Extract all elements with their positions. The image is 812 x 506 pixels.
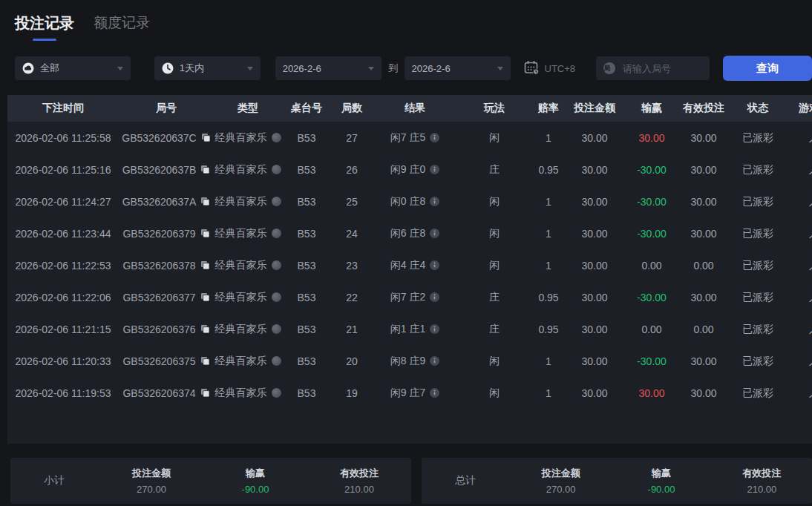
- cell-bet: 30.00: [566, 323, 623, 335]
- copy-icon[interactable]: [200, 260, 210, 270]
- cell-winloss: 0.00: [623, 260, 680, 272]
- column-header-status: 状态: [727, 102, 788, 115]
- cell-status: 已派彩: [727, 291, 788, 304]
- cell-play: 闲: [457, 227, 531, 240]
- cell-round_no: 20: [331, 355, 373, 367]
- cell-valid: 0.00: [680, 260, 727, 272]
- game-type-icon: [272, 292, 281, 302]
- copy-icon[interactable]: [200, 197, 210, 206]
- cell-time: 2026-02-06 11:20:33: [7, 355, 119, 367]
- subtotal-valid-bet: 有效投注 210.00: [307, 467, 411, 495]
- date-to-select[interactable]: 2026-2-6: [405, 56, 511, 80]
- cell-mode: 入座: [788, 195, 812, 208]
- column-header-table_id: 桌台号: [282, 102, 331, 115]
- cell-round_id: GB5326206374: [119, 387, 214, 399]
- cell-result: 闲7 庄2: [373, 291, 457, 304]
- copy-icon[interactable]: [200, 356, 210, 366]
- cell-round_no: 24: [331, 228, 373, 240]
- game-type-select[interactable]: 全部: [15, 56, 131, 80]
- cell-table_id: B53: [282, 132, 331, 144]
- tab-quota-records[interactable]: 额度记录: [94, 13, 150, 33]
- cell-odds: 0.95: [531, 164, 566, 176]
- cell-status: 已派彩: [727, 355, 788, 368]
- cell-mode: 入座: [788, 387, 812, 400]
- cell-play: 闲: [457, 195, 531, 208]
- column-header-play: 玩法: [457, 102, 531, 115]
- cell-time: 2026-02-06 11:22:06: [7, 292, 119, 303]
- copy-icon[interactable]: [200, 324, 210, 334]
- cell-result: 闲1 庄1: [373, 323, 457, 336]
- cell-round_id: GB5326206375: [119, 355, 214, 367]
- column-header-mode: 游戏模式: [788, 102, 812, 115]
- table-row: 2026-02-06 11:19:53GB5326206374经典百家乐B531…: [7, 377, 812, 409]
- cell-round_no: 27: [331, 132, 373, 144]
- cell-type: 经典百家乐: [214, 227, 282, 240]
- cell-round_no: 19: [331, 387, 373, 399]
- cell-play: 闲: [457, 355, 531, 368]
- tab-bet-records-label: 投注记录: [15, 13, 74, 33]
- cell-result: 闲0 庄8: [373, 195, 457, 208]
- copy-icon[interactable]: [200, 165, 210, 174]
- info-icon[interactable]: [430, 388, 439, 398]
- cell-result: 闲8 庄9: [373, 355, 457, 368]
- cell-time: 2026-02-06 11:25:58: [7, 132, 119, 144]
- cell-round_no: 25: [331, 196, 373, 208]
- copy-icon[interactable]: [200, 229, 210, 238]
- cell-bet: 30.00: [566, 355, 623, 367]
- total-label: 总计: [455, 474, 511, 487]
- info-icon[interactable]: [430, 197, 439, 206]
- cell-play: 庄: [457, 291, 531, 304]
- info-icon[interactable]: [430, 229, 439, 238]
- cell-time: 2026-02-06 11:25:16: [7, 164, 119, 176]
- cell-bet: 30.00: [566, 164, 623, 176]
- game-type-icon: [272, 197, 281, 206]
- table-row: 2026-02-06 11:21:15GB5326206376经典百家乐B532…: [7, 313, 812, 345]
- cell-winloss: -30.00: [623, 355, 680, 367]
- cell-type: 经典百家乐: [214, 323, 282, 336]
- cell-winloss: 0.00: [623, 323, 680, 335]
- table-row: 2026-02-06 11:22:53GB5326206378经典百家乐B532…: [7, 249, 812, 281]
- column-header-type: 类型: [214, 102, 282, 115]
- table-row: 2026-02-06 11:22:06GB5326206377经典百家乐B532…: [7, 281, 812, 313]
- timezone-label: UTC+8: [545, 63, 576, 74]
- tab-bet-records[interactable]: 投注记录: [15, 13, 74, 41]
- date-from-select[interactable]: 2026-2-6: [275, 56, 382, 80]
- cell-round_id: GB532620637C: [119, 132, 214, 144]
- cell-valid: 30.00: [680, 292, 727, 303]
- cell-time: 2026-02-06 11:24:27: [7, 196, 119, 208]
- info-icon[interactable]: [430, 324, 439, 334]
- cell-winloss: -30.00: [623, 164, 680, 176]
- copy-icon[interactable]: [200, 388, 210, 398]
- copy-icon[interactable]: [200, 292, 210, 302]
- info-icon[interactable]: [430, 165, 439, 174]
- cell-status: 已派彩: [727, 131, 788, 145]
- cell-round_no: 26: [331, 164, 373, 176]
- copy-icon[interactable]: [201, 133, 211, 142]
- cell-play: 闲: [457, 259, 531, 272]
- table-row: 2026-02-06 11:23:44GB5326206379经典百家乐B532…: [7, 217, 812, 249]
- info-icon[interactable]: [430, 356, 439, 366]
- cell-type: 经典百家乐: [214, 387, 282, 400]
- cell-type: 经典百家乐: [214, 163, 282, 177]
- cell-odds: 1: [531, 260, 566, 272]
- info-icon[interactable]: [430, 133, 439, 142]
- cell-winloss: 30.00: [623, 132, 680, 144]
- column-header-valid: 有效投注: [680, 102, 727, 115]
- table-row: 2026-02-06 11:25:58GB532620637C经典百家乐B532…: [7, 122, 812, 154]
- cell-result: 闲4 庄4: [373, 259, 457, 272]
- cell-valid: 30.00: [680, 355, 727, 367]
- calendar-clock-icon: [524, 60, 540, 77]
- cell-winloss: -30.00: [623, 228, 680, 240]
- cell-valid: 30.00: [680, 387, 727, 399]
- cell-status: 已派彩: [727, 227, 788, 240]
- round-number-input[interactable]: [621, 62, 698, 75]
- info-icon[interactable]: [430, 260, 439, 270]
- cell-valid: 30.00: [680, 132, 727, 144]
- column-header-time: 下注时间: [7, 102, 119, 115]
- time-range-select[interactable]: 1天内: [154, 56, 261, 80]
- cell-round_no: 21: [331, 323, 373, 335]
- search-button[interactable]: 查询: [723, 56, 812, 81]
- cell-table_id: B53: [282, 292, 331, 303]
- info-icon[interactable]: [430, 292, 439, 302]
- cell-odds: 0.95: [531, 292, 566, 303]
